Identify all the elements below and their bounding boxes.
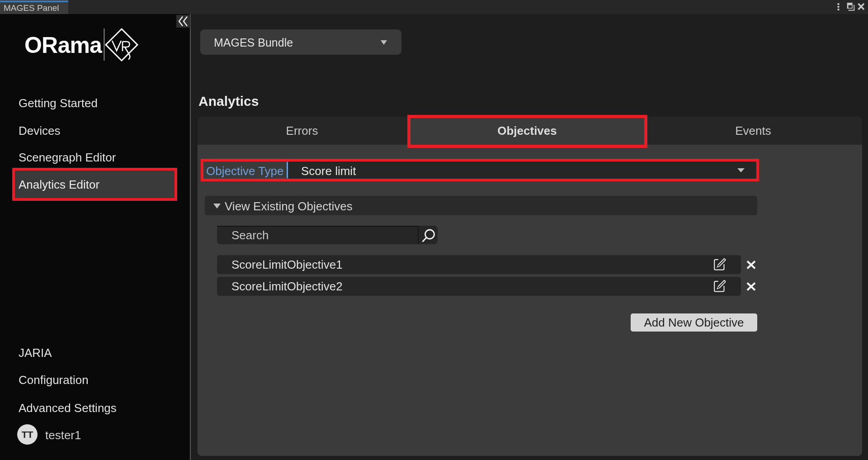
svg-text:ORama: ORama	[24, 33, 103, 58]
